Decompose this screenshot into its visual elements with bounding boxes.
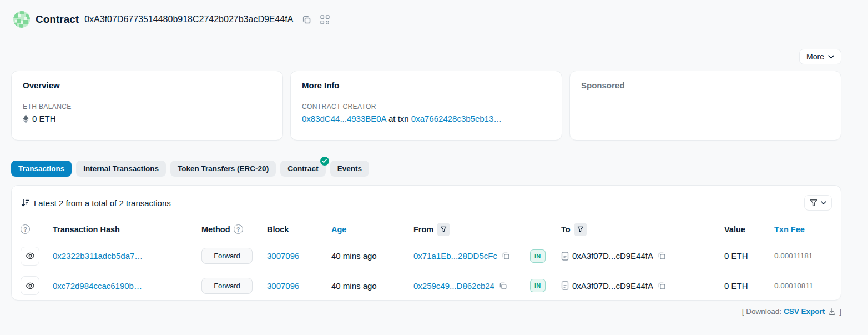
question-circle-icon[interactable]: ? [234, 224, 243, 234]
more-info-card: More Info CONTRACT CREATOR 0x83dC44...49… [290, 71, 562, 141]
header-age-toggle[interactable]: Age [331, 225, 346, 234]
table-row: 0xc72d984ccac6190b… Forward 3007096 40 m… [12, 271, 841, 300]
contract-doc-icon [561, 281, 569, 290]
download-suffix: ] [839, 307, 841, 316]
header-txn-fee-toggle[interactable]: Txn Fee [774, 225, 805, 234]
tab-events[interactable]: Events [330, 161, 369, 177]
method-badge: Forward [201, 278, 253, 294]
header-to-label: To [561, 225, 571, 234]
value-text: 0 ETH [724, 251, 748, 261]
contract-creator-label: CONTRACT CREATOR [302, 103, 551, 111]
txn-hash-link[interactable]: 0x2322b311adcb5da7… [53, 251, 143, 261]
header-value-label: Value [724, 225, 745, 234]
header-txn-hash-label: Transaction Hash [53, 225, 120, 234]
copy-icon[interactable] [658, 282, 666, 290]
header-txn-hash: Transaction Hash [53, 225, 201, 234]
tab-token-transfers[interactable]: Token Transfers (ERC-20) [170, 161, 276, 177]
tab-contract[interactable]: Contract [280, 161, 326, 177]
age-text: 40 mins ago [331, 251, 377, 261]
creator-address-link[interactable]: 0x83dC44...4933BE0A [302, 114, 386, 123]
funnel-icon [810, 199, 817, 207]
header-block-label: Block [267, 225, 289, 234]
creator-connector: at txn [388, 114, 409, 123]
method-badge: Forward [201, 248, 253, 264]
eth-balance-value-row: 0 ETH [23, 114, 271, 123]
to-address: 0xA3f07D...cD9E44fA [572, 281, 653, 291]
download-icon [828, 308, 836, 316]
tab-internal-transactions[interactable]: Internal Transactions [76, 161, 166, 177]
header-age: Age [331, 225, 413, 234]
table-filter-button[interactable] [804, 195, 832, 211]
table-header-row: ? Transaction Hash Method ? Block Age Fr… [12, 218, 841, 241]
copy-icon[interactable] [658, 252, 666, 260]
from-filter-button[interactable] [437, 223, 450, 236]
eth-balance-label: ETH BALANCE [23, 103, 271, 111]
header-method: Method ? [201, 224, 267, 234]
contract-page: Contract 0xA3f07D6773514480b918C2742b027… [0, 0, 868, 316]
block-link[interactable]: 3007096 [267, 251, 299, 261]
header-to: To [561, 223, 724, 236]
chevron-down-icon [828, 55, 834, 59]
sponsored-card: Sponsored [569, 71, 841, 141]
overview-title: Overview [23, 81, 271, 90]
verified-check-icon [320, 157, 329, 166]
tab-events-label: Events [337, 164, 362, 173]
age-text: 40 mins ago [331, 281, 377, 291]
header-txn-fee: Txn Fee [774, 225, 832, 234]
copy-icon[interactable] [499, 282, 507, 290]
contract-address: 0xA3f07D6773514480b918C2742b027b3acD9E44… [84, 14, 293, 24]
tab-internal-transactions-label: Internal Transactions [83, 164, 159, 173]
transactions-summary-text: Latest 2 from a total of 2 transactions [34, 198, 171, 208]
sponsored-title: Sponsored [581, 81, 830, 90]
csv-export-link[interactable]: CSV Export [784, 307, 825, 316]
tab-transactions-label: Transactions [18, 164, 64, 173]
actions-row: More [11, 49, 841, 64]
header-block: Block [267, 225, 331, 234]
direction-badge: IN [530, 249, 546, 263]
direction-badge: IN [530, 279, 546, 292]
chevron-down-icon [821, 201, 826, 204]
info-cards: Overview ETH BALANCE 0 ETH More Info CON… [11, 71, 841, 141]
txn-fee-text: 0.00010811 [774, 282, 813, 290]
tab-token-transfers-label: Token Transfers (ERC-20) [178, 164, 269, 173]
overview-card: Overview ETH BALANCE 0 ETH [11, 71, 283, 141]
transactions-summary: Latest 2 from a total of 2 transactions [21, 198, 171, 208]
block-link[interactable]: 3007096 [267, 281, 299, 291]
row-preview-cell [21, 247, 53, 266]
page-title: Contract [36, 13, 79, 26]
question-circle-icon[interactable]: ? [21, 224, 30, 234]
copy-icon[interactable] [502, 252, 510, 260]
qr-code-icon[interactable] [320, 15, 330, 24]
eye-icon[interactable] [21, 276, 39, 295]
more-button-label: More [806, 52, 824, 61]
from-address-link[interactable]: 0x259c49...D862cb24 [413, 281, 494, 291]
table-row: 0x2322b311adcb5da7… Forward 3007096 40 m… [12, 241, 841, 271]
to-filter-button[interactable] [574, 223, 587, 236]
creator-txn-link[interactable]: 0xa7662428c3b5eb13… [411, 114, 502, 123]
contract-avatar [13, 11, 30, 28]
tab-bar: Transactions Internal Transactions Token… [11, 161, 841, 177]
row-preview-cell [21, 276, 53, 295]
tab-transactions[interactable]: Transactions [11, 161, 72, 177]
txn-hash-link[interactable]: 0xc72d984ccac6190b… [53, 281, 142, 291]
contract-creator-row: 0x83dC44...4933BE0A at txn 0xa7662428c3b… [302, 114, 551, 123]
header-help: ? [21, 224, 53, 234]
to-address: 0xA3f07D...cD9E44fA [572, 251, 653, 261]
copy-address-icon[interactable] [302, 15, 311, 24]
header-from-label: From [413, 225, 433, 234]
txn-fee-text: 0.00011181 [774, 252, 813, 260]
header-method-label: Method [201, 225, 230, 234]
sort-descending-icon [21, 198, 29, 207]
more-info-title: More Info [302, 81, 551, 90]
header-value: Value [724, 225, 774, 234]
from-address-link[interactable]: 0x71a1Eb...28DD5cFc [413, 251, 497, 261]
more-button[interactable]: More [799, 49, 841, 64]
transactions-card: Latest 2 from a total of 2 transactions … [11, 185, 841, 301]
header-from: From [413, 223, 530, 236]
download-row: [ Download: CSV Export ] [11, 307, 841, 316]
transactions-toolbar: Latest 2 from a total of 2 transactions [12, 186, 841, 218]
value-text: 0 ETH [724, 281, 748, 291]
page-header: Contract 0xA3f07D6773514480b918C2742b027… [11, 0, 841, 37]
eye-icon[interactable] [21, 247, 39, 266]
tab-contract-label: Contract [287, 164, 319, 173]
